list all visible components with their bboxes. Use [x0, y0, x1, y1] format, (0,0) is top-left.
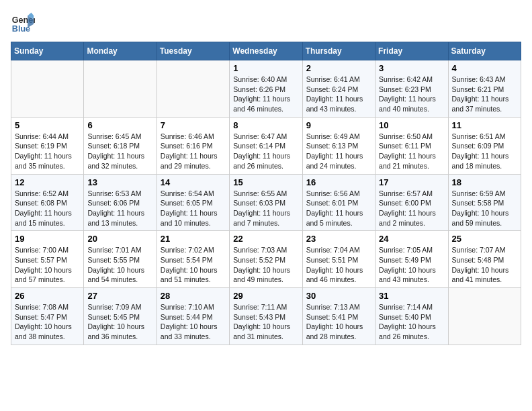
- calendar-cell: 23Sunrise: 7:04 AM Sunset: 5:51 PM Dayli…: [302, 231, 375, 288]
- calendar-cell: 29Sunrise: 7:11 AM Sunset: 5:43 PM Dayli…: [230, 288, 302, 345]
- calendar-cell: 9Sunrise: 6:49 AM Sunset: 6:13 PM Daylig…: [302, 117, 375, 174]
- day-number: 17: [379, 177, 444, 187]
- day-number: 2: [306, 63, 371, 73]
- calendar-cell: 8Sunrise: 6:47 AM Sunset: 6:14 PM Daylig…: [230, 117, 302, 174]
- day-number: 12: [15, 177, 80, 187]
- calendar-cell: 1Sunrise: 6:40 AM Sunset: 6:26 PM Daylig…: [230, 60, 302, 118]
- column-header-friday: Friday: [375, 42, 448, 60]
- day-info: Sunrise: 6:57 AM Sunset: 6:00 PM Dayligh…: [379, 189, 444, 228]
- day-number: 4: [452, 63, 517, 73]
- page-header: General Blue: [11, 11, 521, 35]
- calendar-cell: 11Sunrise: 6:51 AM Sunset: 6:09 PM Dayli…: [448, 117, 521, 174]
- day-number: 31: [379, 291, 444, 301]
- day-number: 9: [306, 120, 371, 130]
- calendar-cell: 25Sunrise: 7:07 AM Sunset: 5:48 PM Dayli…: [448, 231, 521, 288]
- day-info: Sunrise: 7:04 AM Sunset: 5:51 PM Dayligh…: [306, 245, 371, 285]
- week-row-4: 19Sunrise: 7:00 AM Sunset: 5:57 PM Dayli…: [11, 231, 521, 288]
- calendar-cell: 14Sunrise: 6:54 AM Sunset: 6:05 PM Dayli…: [157, 174, 229, 231]
- logo-icon: General Blue: [11, 11, 35, 35]
- day-info: Sunrise: 7:13 AM Sunset: 5:41 PM Dayligh…: [306, 302, 371, 342]
- calendar-cell: [157, 60, 229, 118]
- week-row-2: 5Sunrise: 6:44 AM Sunset: 6:19 PM Daylig…: [11, 117, 521, 174]
- day-info: Sunrise: 6:43 AM Sunset: 6:21 PM Dayligh…: [452, 75, 517, 114]
- calendar-cell: 7Sunrise: 6:46 AM Sunset: 6:16 PM Daylig…: [157, 117, 229, 174]
- day-number: 10: [379, 120, 444, 130]
- logo: General Blue: [11, 11, 35, 35]
- day-info: Sunrise: 6:41 AM Sunset: 6:24 PM Dayligh…: [306, 75, 371, 114]
- day-number: 5: [15, 120, 80, 130]
- day-info: Sunrise: 6:52 AM Sunset: 6:08 PM Dayligh…: [15, 189, 80, 228]
- day-number: 8: [233, 120, 298, 130]
- day-info: Sunrise: 6:54 AM Sunset: 6:05 PM Dayligh…: [161, 189, 226, 228]
- day-number: 21: [161, 234, 226, 244]
- day-info: Sunrise: 7:08 AM Sunset: 5:47 PM Dayligh…: [15, 302, 80, 342]
- day-info: Sunrise: 7:09 AM Sunset: 5:45 PM Dayligh…: [87, 302, 152, 342]
- day-number: 22: [233, 234, 298, 244]
- day-number: 18: [452, 177, 517, 187]
- calendar-cell: 2Sunrise: 6:41 AM Sunset: 6:24 PM Daylig…: [302, 60, 375, 118]
- day-info: Sunrise: 7:11 AM Sunset: 5:43 PM Dayligh…: [233, 302, 298, 342]
- calendar-cell: 18Sunrise: 6:59 AM Sunset: 5:58 PM Dayli…: [448, 174, 521, 231]
- day-info: Sunrise: 7:02 AM Sunset: 5:54 PM Dayligh…: [161, 245, 226, 285]
- day-number: 26: [15, 291, 80, 301]
- day-info: Sunrise: 6:53 AM Sunset: 6:06 PM Dayligh…: [87, 189, 152, 228]
- day-number: 24: [379, 234, 444, 244]
- calendar-cell: 4Sunrise: 6:43 AM Sunset: 6:21 PM Daylig…: [448, 60, 521, 118]
- day-info: Sunrise: 7:01 AM Sunset: 5:55 PM Dayligh…: [87, 245, 152, 285]
- day-number: 19: [15, 234, 80, 244]
- calendar-cell: 17Sunrise: 6:57 AM Sunset: 6:00 PM Dayli…: [375, 174, 448, 231]
- day-info: Sunrise: 6:40 AM Sunset: 6:26 PM Dayligh…: [233, 75, 298, 114]
- column-header-saturday: Saturday: [448, 42, 521, 60]
- calendar-cell: 27Sunrise: 7:09 AM Sunset: 5:45 PM Dayli…: [84, 288, 157, 345]
- day-info: Sunrise: 6:44 AM Sunset: 6:19 PM Dayligh…: [15, 132, 80, 171]
- calendar-cell: 22Sunrise: 7:03 AM Sunset: 5:52 PM Dayli…: [230, 231, 302, 288]
- day-number: 28: [161, 291, 226, 301]
- column-header-monday: Monday: [84, 42, 157, 60]
- day-number: 7: [161, 120, 226, 130]
- header-row: SundayMondayTuesdayWednesdayThursdayFrid…: [11, 42, 521, 60]
- day-number: 15: [233, 177, 298, 187]
- column-header-sunday: Sunday: [11, 42, 84, 60]
- calendar-cell: [11, 60, 84, 118]
- calendar-cell: 13Sunrise: 6:53 AM Sunset: 6:06 PM Dayli…: [84, 174, 157, 231]
- calendar-cell: 15Sunrise: 6:55 AM Sunset: 6:03 PM Dayli…: [230, 174, 302, 231]
- day-info: Sunrise: 7:03 AM Sunset: 5:52 PM Dayligh…: [233, 245, 298, 285]
- calendar-cell: 31Sunrise: 7:14 AM Sunset: 5:40 PM Dayli…: [375, 288, 448, 345]
- calendar-cell: 24Sunrise: 7:05 AM Sunset: 5:49 PM Dayli…: [375, 231, 448, 288]
- day-info: Sunrise: 6:56 AM Sunset: 6:01 PM Dayligh…: [306, 189, 371, 228]
- day-info: Sunrise: 7:05 AM Sunset: 5:49 PM Dayligh…: [379, 245, 444, 285]
- calendar-cell: [448, 288, 521, 345]
- day-number: 29: [233, 291, 298, 301]
- calendar-cell: 26Sunrise: 7:08 AM Sunset: 5:47 PM Dayli…: [11, 288, 84, 345]
- calendar-cell: 28Sunrise: 7:10 AM Sunset: 5:44 PM Dayli…: [157, 288, 229, 345]
- day-number: 30: [306, 291, 371, 301]
- calendar-cell: 3Sunrise: 6:42 AM Sunset: 6:23 PM Daylig…: [375, 60, 448, 118]
- calendar-cell: 10Sunrise: 6:50 AM Sunset: 6:11 PM Dayli…: [375, 117, 448, 174]
- day-number: 23: [306, 234, 371, 244]
- day-info: Sunrise: 7:14 AM Sunset: 5:40 PM Dayligh…: [379, 302, 444, 342]
- day-number: 3: [379, 63, 444, 73]
- day-number: 11: [452, 120, 517, 130]
- column-header-wednesday: Wednesday: [230, 42, 302, 60]
- day-number: 6: [87, 120, 152, 130]
- calendar-cell: 12Sunrise: 6:52 AM Sunset: 6:08 PM Dayli…: [11, 174, 84, 231]
- day-info: Sunrise: 6:47 AM Sunset: 6:14 PM Dayligh…: [233, 132, 298, 171]
- day-info: Sunrise: 7:00 AM Sunset: 5:57 PM Dayligh…: [15, 245, 80, 285]
- day-number: 25: [452, 234, 517, 244]
- day-info: Sunrise: 6:45 AM Sunset: 6:18 PM Dayligh…: [87, 132, 152, 171]
- calendar-cell: 6Sunrise: 6:45 AM Sunset: 6:18 PM Daylig…: [84, 117, 157, 174]
- day-number: 1: [233, 63, 298, 73]
- day-number: 14: [161, 177, 226, 187]
- calendar-table: SundayMondayTuesdayWednesdayThursdayFrid…: [11, 42, 521, 345]
- day-info: Sunrise: 6:55 AM Sunset: 6:03 PM Dayligh…: [233, 189, 298, 228]
- day-number: 27: [87, 291, 152, 301]
- calendar-cell: 30Sunrise: 7:13 AM Sunset: 5:41 PM Dayli…: [302, 288, 375, 345]
- calendar-cell: 5Sunrise: 6:44 AM Sunset: 6:19 PM Daylig…: [11, 117, 84, 174]
- day-info: Sunrise: 6:49 AM Sunset: 6:13 PM Dayligh…: [306, 132, 371, 171]
- calendar-cell: [84, 60, 157, 118]
- day-info: Sunrise: 6:42 AM Sunset: 6:23 PM Dayligh…: [379, 75, 444, 114]
- day-info: Sunrise: 7:10 AM Sunset: 5:44 PM Dayligh…: [161, 302, 226, 342]
- day-info: Sunrise: 7:07 AM Sunset: 5:48 PM Dayligh…: [452, 245, 517, 285]
- calendar-cell: 16Sunrise: 6:56 AM Sunset: 6:01 PM Dayli…: [302, 174, 375, 231]
- day-info: Sunrise: 6:46 AM Sunset: 6:16 PM Dayligh…: [161, 132, 226, 171]
